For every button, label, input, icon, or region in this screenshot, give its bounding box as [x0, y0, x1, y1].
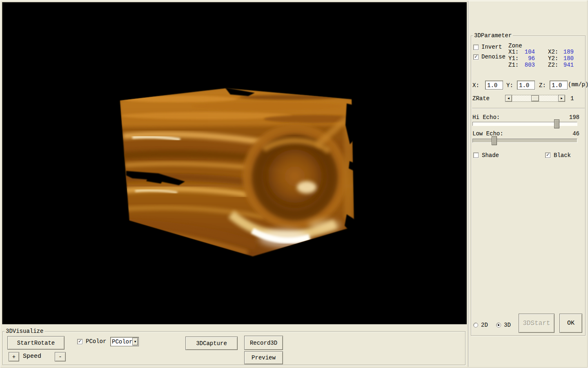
- zone-x1-label: X1:: [508, 49, 519, 55]
- zone-y1-label: Y1:: [508, 56, 519, 62]
- hi-echo-slider-thumb[interactable]: [554, 119, 559, 128]
- zrate-scrollbar[interactable]: ◄ ►: [505, 95, 565, 102]
- low-echo-slider-thumb[interactable]: [492, 136, 497, 145]
- preview-button[interactable]: Preview: [244, 351, 283, 364]
- shade-checkbox[interactable]: [473, 153, 479, 158]
- record3d-button[interactable]: Record3D: [244, 336, 283, 350]
- speed-label: Speed: [23, 353, 41, 359]
- separator-line: [472, 108, 585, 109]
- chevron-down-icon[interactable]: ▼: [132, 338, 138, 346]
- group-title: 3DParameter: [473, 32, 513, 39]
- hi-echo-slider-track[interactable]: [472, 122, 577, 126]
- mode-2d-label: 2D: [481, 322, 488, 328]
- denoise-label: Denoise: [481, 54, 506, 60]
- pcolor-dropdown[interactable]: PColor ▼: [110, 337, 139, 346]
- 3dstart-button[interactable]: 3DStart: [519, 314, 555, 333]
- scale-y-label: Y:: [506, 83, 513, 89]
- low-echo-value: 46: [563, 131, 579, 137]
- 3dcapture-button[interactable]: 3DCapture: [185, 337, 238, 350]
- zone-x1-value: 104: [519, 49, 535, 55]
- black-label: Black: [554, 153, 571, 159]
- scale-unit-label: (mm/p): [568, 82, 588, 88]
- zone-y1-value: 96: [519, 56, 535, 62]
- invert-checkbox[interactable]: [473, 45, 479, 50]
- 3dparameter-group: 3DParameter Invert Denoise Zone X1: 104 …: [471, 36, 586, 336]
- scale-z-input[interactable]: [550, 81, 568, 90]
- shade-label: Shade: [482, 153, 499, 159]
- zone-z2-value: 941: [557, 62, 574, 68]
- zrate-right-arrow-icon[interactable]: ►: [558, 95, 565, 102]
- zrate-left-arrow-icon[interactable]: ◄: [505, 95, 512, 102]
- mode-2d-radio[interactable]: [473, 323, 478, 328]
- zone-z1-label: Z1:: [508, 62, 519, 68]
- hi-echo-label: Hi Echo:: [472, 114, 500, 121]
- 3d-viewport[interactable]: [2, 2, 467, 324]
- zone-title: Zone: [508, 43, 522, 49]
- scale-z-label: Z:: [539, 83, 546, 89]
- zone-x2-label: X2:: [548, 49, 558, 55]
- zrate-thumb[interactable]: [531, 95, 539, 101]
- zrate-label: ZRate: [472, 96, 490, 102]
- ok-button[interactable]: OK: [559, 314, 582, 333]
- scale-x-input[interactable]: [485, 81, 503, 90]
- low-echo-label: Low Echo:: [472, 131, 503, 137]
- group-title: 3DVisualize: [4, 328, 45, 334]
- speed-plus-button[interactable]: +: [9, 352, 19, 361]
- zone-z1-value: 803: [519, 62, 535, 68]
- zone-x2-value: 189: [557, 49, 574, 55]
- denoise-checkbox[interactable]: [473, 54, 479, 60]
- 3dvisualize-group: 3DVisualize StartRotate PColor PColor ▼ …: [2, 331, 466, 365]
- pcolor-checkbox[interactable]: [77, 339, 82, 344]
- pcolor-dropdown-value: PColor: [111, 339, 132, 345]
- hi-echo-value: 198: [563, 114, 579, 121]
- parameter-panel: 3DParameter Invert Denoise Zone X1: 104 …: [468, 1, 587, 367]
- zone-z2-label: Z2:: [548, 62, 558, 68]
- mode-3d-label: 3D: [504, 322, 511, 328]
- scale-x-label: X:: [472, 83, 479, 89]
- low-echo-slider-track[interactable]: [472, 139, 577, 143]
- zrate-value: 1: [570, 96, 574, 102]
- speed-minus-button[interactable]: -: [55, 352, 66, 361]
- zone-y2-label: Y2:: [548, 56, 558, 62]
- pcolor-label: PColor: [86, 339, 106, 345]
- start-rotate-button[interactable]: StartRotate: [7, 336, 65, 350]
- ultrasound-volume-render: [2, 2, 467, 325]
- black-checkbox[interactable]: [545, 153, 550, 158]
- invert-label: Invert: [481, 44, 502, 50]
- scale-y-input[interactable]: [517, 81, 535, 90]
- mode-3d-radio[interactable]: [496, 323, 501, 328]
- zone-y2-value: 180: [557, 56, 574, 62]
- zrate-track[interactable]: [512, 95, 558, 102]
